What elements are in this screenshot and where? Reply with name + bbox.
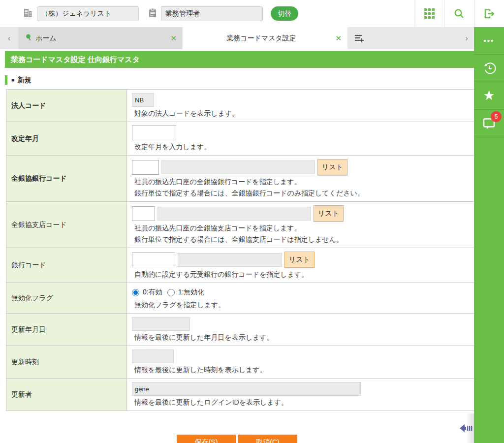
tab-label: 業務コードマスタ設定 xyxy=(226,34,296,43)
help-text: 改定年月を入力します。 xyxy=(132,142,487,152)
page-title-bar: 業務コードマスタ設定 仕向銀行マスタ xyxy=(5,51,493,68)
field-label: 更新者 xyxy=(6,379,127,411)
id-badge-icon xyxy=(148,7,158,20)
favorites-star-icon[interactable]: ★ xyxy=(474,82,504,110)
tab-close-icon[interactable]: ✕ xyxy=(170,34,177,43)
help-text: 情報を最後に更新した年月日を表示します。 xyxy=(132,332,487,342)
help-text: 銀行単位で指定する場合には、全銀協銀行コードのみ指定してください。 xyxy=(132,188,487,198)
list-button[interactable]: リスト xyxy=(314,205,344,222)
text-input[interactable] xyxy=(132,160,159,175)
messages-icon[interactable]: 5 xyxy=(474,110,504,137)
form-row: 無効化フラグ0:有効1:無効化無効化フラグを指定します。 xyxy=(6,283,492,314)
form-row: 全銀協銀行コードリスト社員の振込先口座の全銀協銀行コードを指定します。銀行単位で… xyxy=(6,156,492,202)
section-marker: ■ xyxy=(11,75,15,85)
switch-button[interactable]: 切替 xyxy=(271,6,298,21)
text-input[interactable] xyxy=(132,253,175,267)
search-icon[interactable] xyxy=(444,0,474,27)
tab-home[interactable]: ホーム ✕ xyxy=(18,27,183,49)
radio-option[interactable] xyxy=(132,289,139,296)
field-value: 情報を最後に更新した年月日を表示します。 xyxy=(127,314,492,346)
readonly-input xyxy=(158,207,311,221)
form-row: 銀行コードリスト自動的に設定する元受銀行の銀行コードを指定します。 xyxy=(6,248,492,283)
form-row: 改定年月改定年月を入力します。 xyxy=(6,122,492,156)
field-label: 更新時刻 xyxy=(6,346,127,378)
save-button[interactable]: 保存(S) xyxy=(177,435,236,443)
field-label: 改定年月 xyxy=(6,122,127,155)
action-buttons: 保存(S) 取消(C) xyxy=(0,435,474,443)
tab-label: ホーム xyxy=(35,34,57,43)
pin-icon xyxy=(26,34,32,43)
cancel-button[interactable]: 取消(C) xyxy=(238,435,297,443)
radio-option[interactable] xyxy=(167,289,175,296)
field-label: 法人コード xyxy=(6,90,127,122)
list-button[interactable]: リスト xyxy=(284,252,315,268)
history-icon[interactable] xyxy=(474,55,504,82)
header-icon-bar xyxy=(414,0,504,27)
right-sidebar: ••• ★ 5 xyxy=(474,27,504,443)
field-value: 改定年月を入力します。 xyxy=(127,122,492,155)
field-label: 全銀協銀行コード xyxy=(6,156,127,201)
list-button[interactable]: リスト xyxy=(317,159,347,175)
role-group xyxy=(148,6,263,21)
field-value: リスト社員の振込先口座の全銀協銀行コードを指定します。銀行単位で指定する場合には… xyxy=(127,156,492,201)
page-title: 業務コードマスタ設定 仕向銀行マスタ xyxy=(11,55,140,64)
form-row: 法人コード対象の法人コードを表示します。 xyxy=(6,90,492,122)
help-text: 銀行単位で指定する場合には、全銀協支店コードは指定しません。 xyxy=(132,234,487,244)
text-input[interactable] xyxy=(132,126,176,140)
form-table: 法人コード対象の法人コードを表示します。改定年月改定年月を入力します。全銀協銀行… xyxy=(6,89,493,411)
radio-label[interactable]: 0:有効 xyxy=(143,288,162,297)
tab-gyomu-code-master[interactable]: 業務コードマスタ設定 ✕ xyxy=(183,27,348,49)
form-row: 更新時刻情報を最後に更新した時刻を表示します。 xyxy=(6,346,492,379)
collapse-arrow-icon[interactable] xyxy=(460,423,473,435)
field-label: 全銀協支店コード xyxy=(6,202,127,248)
text-input[interactable] xyxy=(132,206,155,221)
logout-icon[interactable] xyxy=(474,0,504,27)
readonly-input xyxy=(132,93,154,107)
notification-badge: 5 xyxy=(491,111,502,122)
help-text: 無効化フラグを指定します。 xyxy=(132,300,487,310)
more-menu-icon[interactable]: ••• xyxy=(474,27,504,55)
tab-close-icon[interactable]: ✕ xyxy=(335,34,342,43)
tab-bar: ‹ ホーム ✕ 業務コードマスタ設定 ✕ › xyxy=(0,27,474,49)
field-value: リスト自動的に設定する元受銀行の銀行コードを指定します。 xyxy=(127,248,492,283)
help-text: 情報を最後に更新したログインIDを表示します。 xyxy=(132,397,487,407)
readonly-input xyxy=(132,349,174,363)
help-text: 情報を最後に更新した時刻を表示します。 xyxy=(132,365,487,375)
radio-label[interactable]: 1:無効化 xyxy=(178,288,205,297)
field-value: リスト社員の振込先口座の全銀協支店コードを指定します。銀行単位で指定する場合には… xyxy=(127,202,492,248)
building-icon xyxy=(23,7,33,20)
help-text: 社員の振込先口座の全銀協銀行コードを指定します。 xyxy=(132,177,487,187)
new-tab-icon[interactable] xyxy=(348,27,371,49)
field-label: 無効化フラグ xyxy=(6,283,127,313)
readonly-input xyxy=(132,317,190,331)
field-label: 銀行コード xyxy=(6,248,127,283)
section-heading: ■ 新規 xyxy=(5,75,504,85)
company-group xyxy=(23,6,139,21)
readonly-input xyxy=(132,382,361,396)
help-text: 自動的に設定する元受銀行の銀行コードを指定します。 xyxy=(132,269,487,279)
help-text: 対象の法人コードを表示します。 xyxy=(132,108,487,118)
section-label: 新規 xyxy=(18,75,32,85)
field-label: 更新年月日 xyxy=(6,314,127,346)
readonly-input xyxy=(161,160,315,174)
field-value: 情報を最後に更新した時刻を表示します。 xyxy=(127,346,492,378)
radio-group: 0:有効1:無効化 xyxy=(132,286,207,298)
top-header: 切替 xyxy=(0,0,504,27)
form-row: 更新年月日情報を最後に更新した年月日を表示します。 xyxy=(6,314,492,346)
help-text: 社員の振込先口座の全銀協支店コードを指定します。 xyxy=(132,223,487,233)
field-value: 対象の法人コードを表示します。 xyxy=(127,90,492,122)
tab-scroll-right[interactable]: › xyxy=(459,27,474,49)
form-row: 全銀協支店コードリスト社員の振込先口座の全銀協支店コードを指定します。銀行単位で… xyxy=(6,202,492,248)
company-input[interactable] xyxy=(37,6,139,21)
form-row: 更新者情報を最後に更新したログインIDを表示します。 xyxy=(6,379,492,411)
field-value: 情報を最後に更新したログインIDを表示します。 xyxy=(127,379,492,411)
readonly-input xyxy=(178,253,282,267)
field-value: 0:有効1:無効化無効化フラグを指定します。 xyxy=(127,283,492,313)
tab-scroll-left[interactable]: ‹ xyxy=(0,27,18,49)
role-input[interactable] xyxy=(161,6,263,21)
apps-grid-icon[interactable] xyxy=(414,0,444,27)
